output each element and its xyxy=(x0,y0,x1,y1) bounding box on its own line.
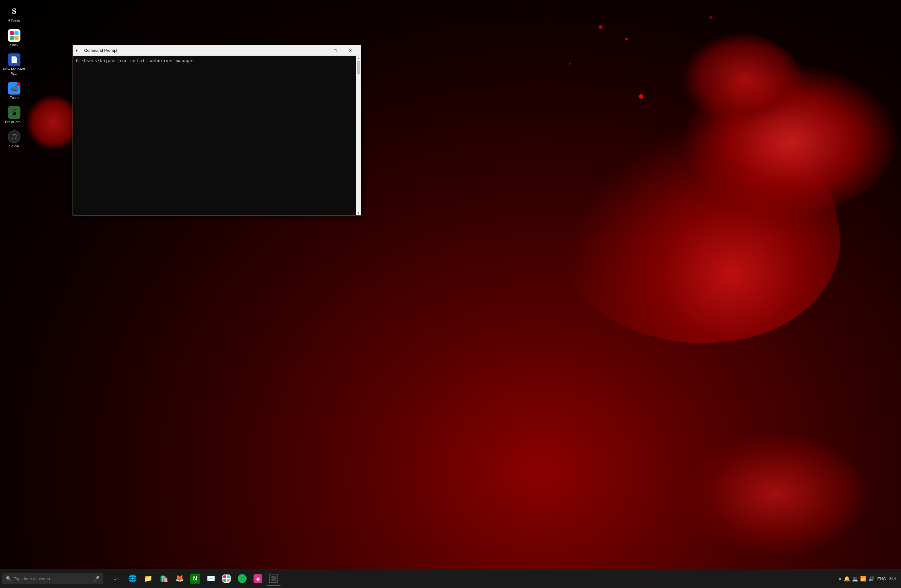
notepad-plus-icon: N xyxy=(190,574,200,583)
taskbar: 🔍 🎤 🌐 📁 🛍️ 🦊 N xyxy=(0,569,901,588)
desktop-icon-slack[interactable]: Slack xyxy=(2,27,27,49)
cmd-window: ▪ Command Prompt — □ ✕ C:\Users\bajpa> p… xyxy=(73,45,361,215)
hardware-icon[interactable]: 💻 xyxy=(852,576,858,582)
scrollbar-down-arrow[interactable]: ▼ xyxy=(356,211,361,215)
droidcam-icon: 📱 xyxy=(8,106,20,119)
taskbar-file-explorer[interactable]: 📁 xyxy=(141,571,155,586)
cmd-titlebar: ▪ Command Prompt — □ ✕ xyxy=(73,45,361,56)
taskbar-cmd[interactable]: ⬛ xyxy=(267,571,281,586)
search-icon: 🔍 xyxy=(6,576,11,581)
studio-icon: 🎵 xyxy=(8,130,20,143)
zoom-icon: 📹 xyxy=(8,82,20,95)
notification-icon[interactable]: 🔔 xyxy=(844,576,850,582)
cmd-taskbar-icon: ⬛ xyxy=(269,574,278,583)
taskbar-ms-store[interactable]: 🛍️ xyxy=(156,571,171,586)
taskbar-spotify[interactable]: 🎵 xyxy=(235,571,249,586)
cmd-title: Command Prompt xyxy=(84,48,313,53)
taskbar-unknown-app[interactable]: ◆ xyxy=(251,571,265,586)
store-icon: 🛍️ xyxy=(160,574,168,583)
network-icon[interactable]: 📶 xyxy=(860,576,867,582)
cmd-minimize-button[interactable]: — xyxy=(313,45,327,56)
task-view-icon xyxy=(114,578,119,580)
zoom-label: Zoom xyxy=(10,96,19,100)
ms-word-icon: 📄 xyxy=(8,53,20,66)
taskbar-mail[interactable]: ✉️ xyxy=(204,571,218,586)
taskbar-apps: 🌐 📁 🛍️ 🦊 N ✉️ xyxy=(109,571,281,586)
show-hidden-icons[interactable]: ∧ xyxy=(838,576,842,582)
desktop-icon-s-fonts[interactable]: S 5 Fonts xyxy=(2,3,27,25)
desktop-icon-studio[interactable]: 🎵 Studio xyxy=(2,128,27,150)
desktop-icon-ms-word[interactable]: 📄 New Microsoft W... xyxy=(2,51,27,77)
cmd-window-controls: — □ ✕ xyxy=(313,45,357,56)
search-input[interactable] xyxy=(14,576,91,581)
folder-icon: 📁 xyxy=(144,574,152,583)
studio-label: Studio xyxy=(9,144,19,148)
s-fonts-label: 5 Fonts xyxy=(8,19,20,23)
desktop-icons-sidebar: S 5 Fonts Slack 📄 New Microsoft W... 📹 Z… xyxy=(0,0,28,588)
droidcam-label: DroidCam... xyxy=(5,120,23,124)
desktop-icon-droidcam[interactable]: 📱 DroidCam... xyxy=(2,104,27,126)
clock-time: 04:4 xyxy=(889,576,896,582)
firefox-icon: 🦊 xyxy=(175,574,184,583)
slack-taskbar-icon xyxy=(223,574,231,583)
s-fonts-icon: S xyxy=(8,5,20,17)
spotify-icon: 🎵 xyxy=(238,574,246,583)
edge-icon: 🌐 xyxy=(128,574,137,583)
volume-icon[interactable]: 🔊 xyxy=(868,576,874,582)
systray-icons: ∧ 🔔 💻 📶 🔊 xyxy=(838,576,874,582)
taskbar-systray: ∧ 🔔 💻 📶 🔊 ENG 04:4 xyxy=(838,576,901,582)
cmd-maximize-button[interactable]: □ xyxy=(328,45,343,56)
cmd-close-button[interactable]: ✕ xyxy=(343,45,357,56)
cmd-window-icon: ▪ xyxy=(76,48,82,53)
unknown-app-icon: ◆ xyxy=(254,574,262,583)
language-label[interactable]: ENG xyxy=(877,576,886,581)
mail-icon: ✉️ xyxy=(207,574,215,583)
desktop-icon-zoom[interactable]: 📹 Zoom xyxy=(2,80,27,102)
taskbar-notepad-plus[interactable]: N xyxy=(188,571,202,586)
taskbar-task-view[interactable] xyxy=(109,571,124,586)
scrollbar-thumb[interactable] xyxy=(357,61,360,73)
ms-word-label: New Microsoft W... xyxy=(3,67,25,75)
slack-icon xyxy=(8,29,20,42)
microphone-icon[interactable]: 🎤 xyxy=(93,576,100,582)
taskbar-firefox[interactable]: 🦊 xyxy=(172,571,187,586)
taskbar-search[interactable]: 🔍 🎤 xyxy=(3,573,103,584)
cmd-body[interactable]: C:\Users\bajpa> pip install webdriver-ma… xyxy=(73,56,356,215)
taskbar-clock[interactable]: 04:4 xyxy=(889,576,896,582)
taskbar-slack[interactable] xyxy=(219,571,234,586)
cmd-body-wrapper: C:\Users\bajpa> pip install webdriver-ma… xyxy=(73,56,361,215)
cmd-scrollbar: ▲ ▼ xyxy=(356,56,361,215)
scrollbar-up-arrow[interactable]: ▲ xyxy=(356,56,361,60)
slack-label: Slack xyxy=(10,43,19,47)
taskbar-edge[interactable]: 🌐 xyxy=(125,571,139,586)
